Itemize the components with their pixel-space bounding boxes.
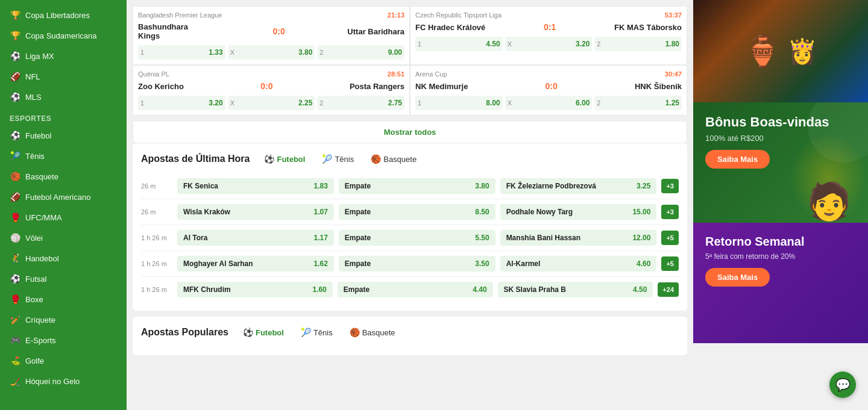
- odd-away-0: 3.25: [637, 182, 650, 190]
- copa-libertadores-icon: 🏆: [10, 10, 20, 20]
- tab-tenis-uh[interactable]: 🎾 Tênis: [317, 152, 359, 166]
- odd-btn-0-x[interactable]: X 3.80: [228, 45, 315, 60]
- ultima-hora-title: Apostas de Última Hora: [141, 154, 250, 164]
- sidebar-item-futebol[interactable]: ⚽ Futebol: [0, 125, 127, 146]
- team1-name-2: Al Tora: [183, 234, 207, 242]
- odd-btn-1-x[interactable]: X 3.20: [505, 37, 593, 51]
- bet-draw-0[interactable]: Empate 3.80: [339, 178, 495, 194]
- match-score-1: 0:1: [544, 22, 556, 32]
- sidebar-item-ufc-mma[interactable]: 🥊 UFC/MMA: [0, 207, 127, 228]
- match-card-1: Czech Republic Tipsport Liga 53:37 FC Hr…: [410, 6, 687, 65]
- sidebar-item-futsal[interactable]: ⚽ Futsal: [0, 269, 127, 289]
- populares-section: Apostas Populares ⚽ Futebol 🎾 Tênis 🏀 Ba…: [133, 317, 687, 355]
- odd-away-2: 12.00: [632, 234, 650, 242]
- golfe-icon: ⛳: [10, 355, 20, 366]
- bet-away-3[interactable]: Al-Karmel 4.60: [500, 256, 657, 272]
- bet-plus-1[interactable]: +3: [661, 205, 679, 219]
- sidebar-item-label: Críquete: [25, 315, 55, 325]
- sidebar-item-basquete[interactable]: 🏀 Basquete: [0, 166, 127, 187]
- futebol-tab-icon: ⚽: [264, 154, 274, 164]
- sidebar-item-tenis[interactable]: 🎾 Tênis: [0, 146, 127, 166]
- chat-icon: 💬: [835, 377, 851, 392]
- odd-btn-2-2[interactable]: 2 2.75: [317, 96, 404, 110]
- bet-away-1[interactable]: Podhale Nowy Targ 15.00: [500, 204, 657, 220]
- bet-draw-1[interactable]: Empate 8.50: [339, 204, 495, 220]
- bet-away-2[interactable]: Manshia Bani Hassan 12.00: [500, 230, 657, 246]
- sidebar-item-boxe[interactable]: 🥊 Boxe: [0, 289, 127, 309]
- sidebar-item-mls[interactable]: ⚽ MLS: [0, 87, 127, 107]
- odd-team1-0: 1.83: [313, 182, 327, 190]
- bet-away-0[interactable]: FK Železiarne Podbrezová 3.25: [500, 178, 657, 194]
- bet-row-0: 26 m FK Senica 1.83 Empate 3.80 FK Želez…: [141, 173, 679, 199]
- populares-header: Apostas Populares ⚽ Futebol 🎾 Tênis 🏀 Ba…: [141, 325, 679, 340]
- welcome-bonus-banner[interactable]: Bônus Boas-vindas 100% até R$200 Saiba M…: [693, 102, 868, 223]
- odd-btn-0-1[interactable]: 1 1.33: [138, 45, 225, 60]
- match-timer-3: 30:47: [665, 70, 682, 78]
- bet-draw-3[interactable]: Empate 3.50: [339, 256, 495, 272]
- bet-plus-4[interactable]: +24: [658, 282, 679, 297]
- bet-team1-0[interactable]: FK Senica 1.83: [177, 178, 334, 194]
- chat-bubble[interactable]: 💬: [829, 371, 856, 398]
- bet-row-1: 26 m Wisla Kraków 1.07 Empate 8.50 Podha…: [141, 199, 679, 225]
- sidebar-item-hoquei[interactable]: 🏒 Hóquei no Gelo: [0, 371, 127, 391]
- sidebar-item-criquete[interactable]: 🏏 Críquete: [0, 309, 127, 330]
- odd-btn-2-x[interactable]: X 2.25: [228, 96, 315, 110]
- odd-btn-0-2[interactable]: 2 9.00: [317, 45, 404, 60]
- tab-tenis-pop[interactable]: 🎾 Tênis: [296, 325, 338, 340]
- bet-away-4[interactable]: SK Slavia Praha B 4.50: [498, 282, 653, 297]
- team1-0: Bashundhara Kings: [138, 22, 210, 40]
- bet-draw-4[interactable]: Empate 4.40: [338, 282, 493, 297]
- bet-time-4: 1 h 26 m: [141, 286, 172, 293]
- top-banner[interactable]: 🏺 👸: [693, 0, 868, 102]
- bet-team1-2[interactable]: Al Tora 1.17: [177, 230, 334, 246]
- sidebar-item-copa-sudamericana[interactable]: 🏆 Copa Sudamericana: [0, 25, 127, 46]
- draw-label-3: Empate: [345, 259, 371, 268]
- weekly-saiba-mais-button[interactable]: Saiba Mais: [705, 268, 770, 287]
- sidebar-item-label: Futebol Americano: [25, 193, 90, 202]
- match-odds-0: 1 1.33 X 3.80 2 9.00: [138, 45, 404, 60]
- sidebar-item-liga-mx[interactable]: ⚽ Liga MX: [0, 46, 127, 66]
- sidebar-item-golfe[interactable]: ⛳ Golfe: [0, 350, 127, 371]
- bet-team1-4[interactable]: MFK Chrudim 1.60: [177, 282, 333, 297]
- team2-0: Uttar Baridhara: [347, 27, 404, 36]
- odd-btn-2-1[interactable]: 1 3.20: [138, 96, 225, 110]
- odd-away-1: 15.00: [632, 208, 650, 216]
- bet-team1-3[interactable]: Moghayer Al Sarhan 1.62: [177, 256, 334, 272]
- boxe-icon: 🥊: [10, 294, 20, 305]
- ultima-hora-section: Apostas de Última Hora ⚽ Futebol 🎾 Tênis…: [133, 143, 687, 311]
- ultima-hora-tabs: ⚽ Futebol 🎾 Tênis 🏀 Basquete: [259, 152, 421, 166]
- tab-basquete-pop[interactable]: 🏀 Basquete: [345, 325, 400, 340]
- odd-btn-1-1[interactable]: 1 4.50: [415, 37, 503, 51]
- tab-futebol-uh[interactable]: ⚽ Futebol: [259, 152, 310, 166]
- sidebar-item-esports[interactable]: 🎮 E-Sports: [0, 330, 127, 350]
- bet-plus-2[interactable]: +5: [661, 231, 679, 245]
- odd-btn-3-x[interactable]: X 6.00: [505, 96, 593, 110]
- futsal-icon: ⚽: [10, 273, 20, 284]
- odd-btn-3-2[interactable]: 2 1.25: [594, 96, 682, 110]
- hoquei-icon: 🏒: [10, 376, 20, 387]
- sidebar-item-futebol-americano[interactable]: 🏈 Futebol Americano: [0, 187, 127, 207]
- show-all-button[interactable]: Mostrar todos: [133, 122, 687, 143]
- odd-btn-1-2[interactable]: 2 1.80: [594, 37, 682, 51]
- team2-name-2: Manshia Bani Hassan: [506, 234, 580, 242]
- odd-draw-3: 3.50: [475, 259, 489, 268]
- mls-icon: ⚽: [10, 92, 20, 102]
- tab-basquete-uh[interactable]: 🏀 Basquete: [366, 152, 421, 166]
- welcome-saiba-mais-button[interactable]: Saiba Mais: [705, 150, 770, 169]
- weekly-banner[interactable]: Retorno Semanal 5ª feira com retorno de …: [693, 223, 868, 343]
- welcome-title: Bônus Boas-vindas: [705, 114, 856, 130]
- sidebar-item-nfl[interactable]: 🏈 NFL: [0, 66, 127, 87]
- bet-draw-2[interactable]: Empate 5.50: [339, 230, 495, 246]
- bet-team1-1[interactable]: Wisla Kraków 1.07: [177, 204, 334, 220]
- sidebar-item-handebol[interactable]: 🤾 Handebol: [0, 248, 127, 269]
- sidebar-item-label: UFC/MMA: [25, 213, 62, 222]
- league-name-2: Quénia PL: [138, 70, 169, 78]
- tab-futebol-pop[interactable]: ⚽ Futebol: [238, 325, 289, 340]
- bet-plus-0[interactable]: +3: [661, 179, 679, 193]
- sidebar-item-copa-libertadores[interactable]: 🏆 Copa Libertadores: [0, 5, 127, 25]
- sidebar-item-label: Boxe: [25, 295, 43, 304]
- odd-btn-3-1[interactable]: 1 8.00: [415, 96, 503, 110]
- sidebar-item-volei[interactable]: 🏐 Vôlei: [0, 228, 127, 248]
- bet-plus-3[interactable]: +5: [661, 256, 679, 271]
- match-score-0: 0:0: [273, 26, 285, 36]
